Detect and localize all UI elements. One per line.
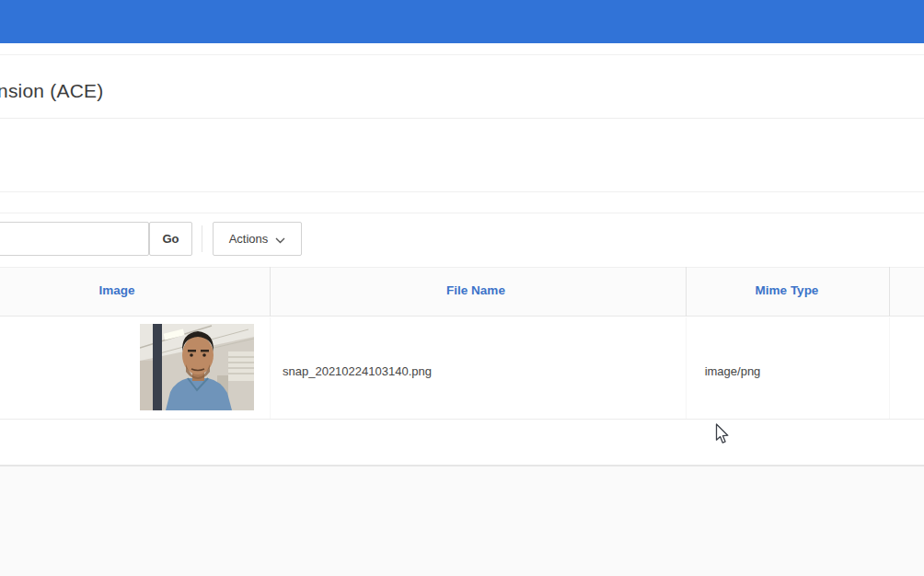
- column-separator: [889, 267, 890, 317]
- actions-button-label: Actions: [229, 232, 269, 246]
- divider-line: [0, 54, 924, 55]
- column-separator: [686, 267, 687, 317]
- column-header-mime-type[interactable]: Mime Type: [756, 283, 819, 297]
- mouse-cursor-icon: [715, 423, 730, 448]
- row-image-thumbnail[interactable]: [140, 324, 254, 410]
- column-separator: [270, 267, 271, 317]
- region-top-border: [0, 191, 924, 192]
- actions-menu-button[interactable]: Actions: [213, 222, 302, 256]
- divider-line: [0, 118, 924, 119]
- chevron-down-icon: [275, 233, 285, 247]
- column-header-image[interactable]: Image: [98, 283, 134, 297]
- toolbar-divider: [202, 225, 202, 252]
- row-column-separator: [270, 317, 271, 419]
- column-header-file-name[interactable]: File Name: [446, 283, 505, 297]
- cell-file-name: snap_20210224103140.png: [283, 364, 432, 378]
- cell-mime-type: image/png: [705, 364, 761, 378]
- top-nav-bar: [0, 0, 924, 43]
- row-column-separator: [686, 317, 687, 419]
- page-title: nsion (ACE): [0, 79, 103, 103]
- row-bottom-border: [0, 419, 924, 420]
- row-column-separator: [889, 317, 890, 419]
- page-background: [0, 467, 924, 576]
- app-window: nsion (ACE) Go Actions Image File Name M…: [0, 0, 924, 576]
- toolbar-top-border: [0, 213, 924, 213]
- go-button[interactable]: Go: [149, 222, 192, 256]
- search-input[interactable]: [0, 222, 149, 256]
